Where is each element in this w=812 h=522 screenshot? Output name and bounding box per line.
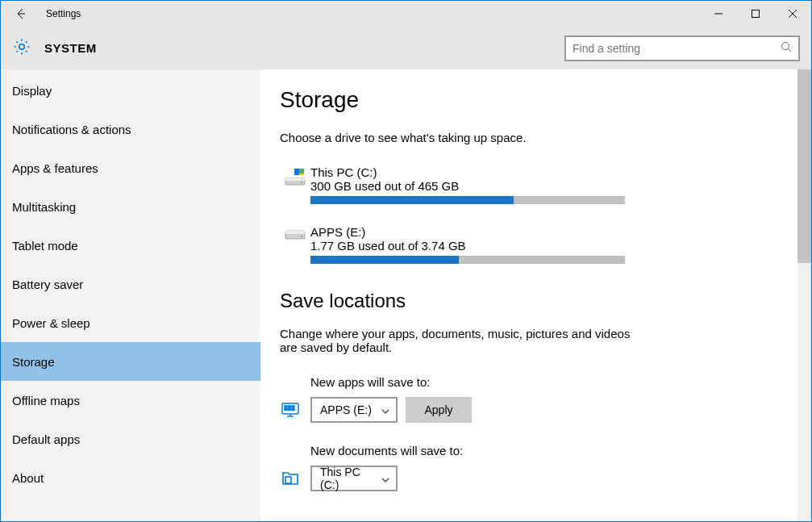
window-controls [700,1,811,27]
svg-rect-21 [292,406,294,407]
drive-item[interactable]: APPS (E:)1.77 GB used out of 3.74 GB [280,225,778,264]
svg-rect-20 [289,406,291,407]
window-title: Settings [46,8,81,19]
close-button[interactable] [774,1,811,27]
sidebar-item-apps-features[interactable]: Apps & features [1,148,260,187]
svg-rect-16 [285,231,305,234]
drive-usage: 1.77 GB used out of 3.74 GB [310,239,625,253]
save-location-label: New apps will save to: [310,375,778,389]
apply-button[interactable]: Apply [406,397,472,423]
sidebar-item-default-apps[interactable]: Default apps [1,420,260,458]
save-location-label: New documents will save to: [310,444,778,457]
sidebar-item-offline-maps[interactable]: Offline maps [1,381,260,420]
svg-rect-8 [294,169,299,173]
drive-name: This PC (C:) [310,165,625,179]
content-area: Storage Choose a drive to see what's tak… [260,69,797,521]
sidebar-item-notifications-actions[interactable]: Notifications & actions [1,110,260,148]
minimize-button[interactable] [700,1,737,27]
search-input[interactable] [573,42,781,55]
svg-point-17 [301,236,302,237]
svg-rect-27 [285,477,291,483]
svg-line-7 [789,48,792,52]
dropdown-value: This PC (C:) [320,466,381,491]
save-locations-description: Change where your apps, documents, music… [280,327,635,354]
page-title: Storage [280,87,778,113]
save-location-row: This PC (C:) [280,466,778,491]
chevron-down-icon [381,472,389,485]
usage-bar [310,196,625,204]
svg-point-6 [782,42,789,49]
save-location-dropdown[interactable]: APPS (E:) [310,397,398,423]
svg-rect-11 [299,173,304,175]
section-title: SYSTEM [44,41,97,55]
chevron-down-icon [381,403,389,416]
sidebar-item-multitasking[interactable]: Multitasking [1,187,260,226]
svg-rect-23 [289,409,291,411]
drive-icon [280,225,310,264]
svg-rect-9 [299,169,304,173]
header: SYSTEM [1,27,811,69]
search-icon [781,41,792,56]
svg-rect-24 [292,409,294,411]
drive-usage: 300 GB used out of 465 GB [310,179,625,193]
maximize-button[interactable] [737,1,774,27]
app-icon [280,401,310,419]
document-icon [280,470,310,487]
sidebar-item-power-sleep[interactable]: Power & sleep [1,303,260,342]
gear-icon [12,37,31,60]
svg-rect-19 [285,406,287,407]
sidebar: DisplayNotifications & actionsApps & fea… [1,69,260,521]
svg-rect-22 [285,409,287,411]
usage-bar [310,256,625,264]
sidebar-item-about[interactable]: About [1,458,260,497]
svg-rect-10 [294,173,299,175]
storage-description: Choose a drive to see what's taking up s… [280,131,778,144]
search-box[interactable] [564,35,800,61]
titlebar: Settings [1,1,811,27]
sidebar-item-display[interactable]: Display [1,71,260,110]
drive-item[interactable]: This PC (C:)300 GB used out of 465 GB [280,165,778,204]
dropdown-value: APPS (E:) [320,403,372,416]
sidebar-item-tablet-mode[interactable]: Tablet mode [1,226,260,265]
save-location-row: APPS (E:)Apply [280,397,778,423]
sidebar-item-storage[interactable]: Storage [1,342,260,381]
svg-rect-13 [285,178,305,181]
drive-name: APPS (E:) [310,225,625,239]
sidebar-item-battery-saver[interactable]: Battery saver [1,265,260,303]
drive-icon [280,165,310,204]
back-button[interactable] [7,1,33,27]
save-location-dropdown[interactable]: This PC (C:) [310,466,398,491]
svg-point-14 [301,182,302,183]
save-locations-heading: Save locations [280,290,778,312]
svg-rect-2 [752,10,760,18]
scrollbar-thumb[interactable] [797,69,811,263]
svg-point-5 [19,44,24,48]
scrollbar[interactable] [797,69,811,521]
